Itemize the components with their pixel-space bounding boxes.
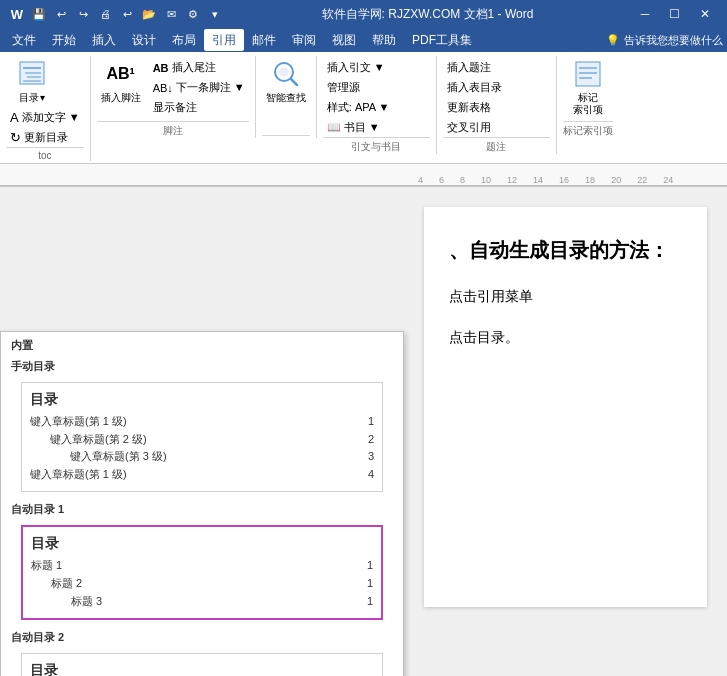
manage-sources-button[interactable]: 管理源: [323, 78, 394, 97]
citations-group-label: 引文与书目: [323, 137, 430, 154]
insert-citation-label: 插入引文 ▼: [327, 60, 385, 75]
book-icon: 📖: [327, 121, 341, 134]
next-footnote-button[interactable]: AB↓ 下一条脚注 ▼: [149, 78, 249, 97]
menu-item-insert[interactable]: 插入: [84, 29, 124, 51]
menu-item-layout[interactable]: 布局: [164, 29, 204, 51]
menu-item-view[interactable]: 视图: [324, 29, 364, 51]
cross-ref-button[interactable]: 交叉引用: [443, 118, 506, 137]
save-icon[interactable]: 💾: [30, 5, 48, 23]
ribbon-group-footnotes-content: AB¹ 插入脚注 AB 插入尾注 AB↓ 下一条脚注 ▼ 显示备注: [97, 56, 249, 121]
insert-caption-button[interactable]: 插入题注: [443, 58, 506, 77]
manual-toc-entry-1: 键入章标题(第 2 级) 2: [30, 431, 374, 449]
ruler-mark-10: 10: [473, 175, 499, 185]
mark-index-button[interactable]: 标记索引项: [563, 56, 613, 118]
update-table-label: 更新表格: [447, 100, 491, 115]
next-footnote-label: 下一条脚注 ▼: [176, 80, 245, 95]
insert-citation-button[interactable]: 插入引文 ▼: [323, 58, 394, 77]
doc-heading: 、自动生成目录的方法：: [449, 237, 682, 264]
menu-item-references[interactable]: 引用: [204, 29, 244, 51]
manage-sources-label: 管理源: [327, 80, 360, 95]
undo2-icon[interactable]: ↩: [118, 5, 136, 23]
redo-icon[interactable]: ↪: [74, 5, 92, 23]
endnote-icon: AB: [153, 62, 169, 74]
manual-toc-entry-0: 键入章标题(第 1 级) 1: [30, 413, 374, 431]
manual-toc-preview[interactable]: 目录 键入章标题(第 1 级) 1 键入章标题(第 2 级) 2 键入章标题(第…: [21, 382, 383, 492]
document-area: 、自动生成目录的方法： 点击引用菜单 点击目录。: [404, 187, 727, 676]
menu-item-mailings[interactable]: 邮件: [244, 29, 284, 51]
svg-line-7: [291, 79, 297, 85]
mark-index-icon: [572, 58, 604, 90]
manual-toc-section: 手动目录 目录 键入章标题(第 1 级) 1 键入章标题(第 2 级) 2 键入…: [1, 357, 403, 500]
auto-toc-2-title: 目录: [30, 662, 374, 676]
ribbon-group-search-content: 智能查找: [262, 56, 310, 135]
search-group-label: [262, 135, 310, 138]
print-preview-icon[interactable]: 🖨: [96, 5, 114, 23]
svg-rect-8: [576, 62, 600, 86]
more-icon[interactable]: ▾: [206, 5, 224, 23]
bibliography-button[interactable]: 📖 书目 ▼: [323, 118, 394, 137]
auto-toc-1-label: 自动目录 1: [11, 500, 393, 521]
tell-me[interactable]: 💡 告诉我您想要做什么: [606, 33, 723, 48]
title-bar-left: W 💾 ↩ ↪ 🖨 ↩ 📂 ✉ ⚙ ▾: [8, 5, 224, 23]
mark-index-label: 标记索引项: [573, 92, 603, 116]
ribbon-group-footnotes: AB¹ 插入脚注 AB 插入尾注 AB↓ 下一条脚注 ▼ 显示备注 脚注: [91, 56, 256, 138]
add-text-button[interactable]: A 添加文字 ▼: [6, 108, 84, 127]
toc-label: 目录 ▾: [19, 92, 45, 104]
footnote-label: 插入脚注: [101, 92, 141, 104]
ruler-mark-6: 6: [431, 175, 452, 185]
ruler-mark-16: 16: [551, 175, 577, 185]
ribbon-group-citations-content: 插入引文 ▼ 管理源 样式: APA ▼ 📖 书目 ▼: [323, 56, 430, 137]
undo-icon[interactable]: ↩: [52, 5, 70, 23]
menu-item-review[interactable]: 审阅: [284, 29, 324, 51]
auto-toc-1-section: 自动目录 1 目录 标题 1 1 标题 2 1 标题 3 1: [1, 500, 403, 628]
ribbon: 目录 ▾ A 添加文字 ▼ ↻ 更新目录 toc AB¹ 插入脚注: [0, 52, 727, 164]
auto-toc-2-section: 自动目录 2 目录 标题 1 1 标题 2 1 标题 3 1: [1, 628, 403, 676]
auto-toc-2-preview[interactable]: 目录 标题 1 1 标题 2 1 标题 3 1: [21, 653, 383, 676]
document-page: 、自动生成目录的方法： 点击引用菜单 点击目录。: [424, 207, 707, 607]
insert-caption-label: 插入题注: [447, 60, 491, 75]
toc-button[interactable]: 目录 ▾: [6, 56, 58, 106]
manual-toc-title: 目录: [30, 391, 374, 409]
ruler-mark-4: 4: [410, 175, 431, 185]
insert-endnote-button[interactable]: AB 插入尾注: [149, 58, 249, 77]
footnote-small-btns: AB 插入尾注 AB↓ 下一条脚注 ▼ 显示备注: [149, 56, 249, 117]
smart-search-label: 智能查找: [266, 92, 306, 104]
close-button[interactable]: ✕: [691, 0, 719, 28]
settings-icon[interactable]: ⚙: [184, 5, 202, 23]
ribbon-group-search: 智能查找: [256, 56, 317, 138]
insert-footnote-button[interactable]: AB¹ 插入脚注: [97, 56, 145, 106]
update-table-button[interactable]: 更新表格: [443, 98, 506, 117]
menu-item-design[interactable]: 设计: [124, 29, 164, 51]
style-select[interactable]: 样式: APA ▼: [323, 98, 394, 117]
auto-toc-1-preview[interactable]: 目录 标题 1 1 标题 2 1 标题 3 1: [21, 525, 383, 620]
title-bar: W 💾 ↩ ↪ 🖨 ↩ 📂 ✉ ⚙ ▾ 软件自学网: RJZXW.COM 文档1…: [0, 0, 727, 28]
menu-item-pdf[interactable]: PDF工具集: [404, 29, 480, 51]
bibliography-label: 书目 ▼: [344, 120, 380, 135]
doc-para-2: 点击目录。: [449, 325, 682, 350]
ribbon-group-captions: 插入题注 插入表目录 更新表格 交叉引用 题注: [437, 56, 557, 154]
window-controls: ─ ☐ ✕: [631, 0, 719, 28]
open-icon[interactable]: 📂: [140, 5, 158, 23]
menu-item-home[interactable]: 开始: [44, 29, 84, 51]
ruler-container: 4 6 8 10 12 14 16 18 20 22 24: [0, 164, 727, 187]
restore-button[interactable]: ☐: [661, 0, 689, 28]
citations-left-col: 插入引文 ▼ 管理源 样式: APA ▼ 📖 书目 ▼: [323, 56, 394, 137]
menu-item-help[interactable]: 帮助: [364, 29, 404, 51]
update-toc-button[interactable]: ↻ 更新目录: [6, 128, 84, 147]
ruler-mark-20: 20: [603, 175, 629, 185]
next-footnote-icon: AB↓: [153, 82, 173, 94]
email-icon[interactable]: ✉: [162, 5, 180, 23]
index-group-label: 标记索引项: [563, 121, 613, 138]
ribbon-group-citations: 插入引文 ▼ 管理源 样式: APA ▼ 📖 书目 ▼ 引文与书目: [317, 56, 437, 154]
insert-table-caption-button[interactable]: 插入表目录: [443, 78, 506, 97]
ribbon-group-index-content: 标记索引项: [563, 56, 613, 121]
toc-dropdown-arrow: ▾: [40, 92, 45, 104]
menu-item-file[interactable]: 文件: [4, 29, 44, 51]
show-notes-button[interactable]: 显示备注: [149, 98, 249, 117]
minimize-button[interactable]: ─: [631, 0, 659, 28]
auto-toc-1-entry-0: 标题 1 1: [31, 557, 373, 575]
ruler-mark-14: 14: [525, 175, 551, 185]
toc-dropdown-panel[interactable]: 内置 手动目录 目录 键入章标题(第 1 级) 1 键入章标题(第 2 级) 2…: [0, 331, 404, 676]
svg-point-6: [279, 67, 289, 77]
smart-search-button[interactable]: 智能查找: [262, 56, 310, 106]
